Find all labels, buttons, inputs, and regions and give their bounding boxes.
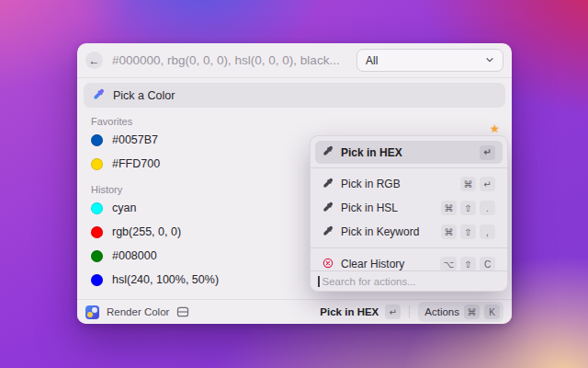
star-icon: ★ xyxy=(490,122,500,135)
eyedropper-icon xyxy=(322,178,334,191)
shift-key: ⇧ xyxy=(460,257,476,271)
c-key: C xyxy=(480,257,495,271)
raycast-window: ← #000000, rbg(0, 0, 0), hsl(0, 0, 0), b… xyxy=(77,43,512,324)
menu-item-label: Pick in HSL xyxy=(341,201,398,214)
color-swatch xyxy=(91,250,103,262)
history-label: hsl(240, 100%, 50%) xyxy=(112,273,219,286)
primary-action-button[interactable]: Pick in HEX xyxy=(320,306,379,317)
menu-item-label: Pick in HEX xyxy=(341,146,402,159)
cmd-key: ⌘ xyxy=(464,305,480,319)
menu-divider xyxy=(311,247,507,248)
window-mode-icon xyxy=(176,306,189,317)
back-arrow-icon: ← xyxy=(89,55,100,66)
shortcut-keys: ↵ xyxy=(480,145,495,160)
cmd-key: ⌘ xyxy=(441,224,457,239)
menu-item-label: Pick in Keyword xyxy=(341,225,419,238)
option-key: ⌥ xyxy=(440,257,457,271)
return-key: ↵ xyxy=(480,145,495,160)
cmd-key: ⌘ xyxy=(441,201,457,215)
return-key: ↵ xyxy=(480,177,495,191)
eyedropper-icon xyxy=(322,201,334,215)
actions-search-input[interactable]: Search for actions... xyxy=(311,270,507,291)
window-footer: Render Color Pick in HEX ↵ Actions ⌘ K xyxy=(77,299,512,324)
shift-key: ⇧ xyxy=(460,224,476,239)
text-caret xyxy=(318,276,320,287)
menu-item-pick-in-keyword[interactable]: Pick in Keyword ⌘ ⇧ , xyxy=(315,220,503,244)
comma-key: , xyxy=(480,224,495,239)
desktop-background: ← #000000, rbg(0, 0, 0), hsl(0, 0, 0), b… xyxy=(0,0,588,368)
return-key: ↵ xyxy=(385,305,401,319)
eyedropper-icon xyxy=(322,225,334,239)
back-button[interactable]: ← xyxy=(85,52,103,69)
actions-search-placeholder: Search for actions... xyxy=(322,276,416,287)
window-header: ← #000000, rbg(0, 0, 0), hsl(0, 0, 0), b… xyxy=(77,43,512,78)
color-swatch xyxy=(91,134,103,146)
shortcut-keys: ⌥ ⇧ C xyxy=(440,257,495,271)
shift-key: ⇧ xyxy=(460,201,476,215)
favorite-label: #FFD700 xyxy=(112,157,160,170)
shortcut-keys: ⌘ ⇧ , xyxy=(441,224,495,239)
menu-item-pick-in-hsl[interactable]: Pick in HSL ⌘ ⇧ . xyxy=(315,196,503,220)
eyedropper-icon xyxy=(322,145,334,159)
filter-dropdown-value: All xyxy=(366,54,485,67)
menu-item-pick-in-hex[interactable]: Pick in HEX ↵ xyxy=(315,141,503,164)
render-color-app-icon xyxy=(85,305,99,319)
pick-a-color-item[interactable]: Pick a Color xyxy=(84,83,505,108)
chevron-down-icon xyxy=(485,54,494,67)
actions-menu-list: Pick in HEX ↵ Pick in RGB ⌘ ↵ xyxy=(311,136,507,276)
actions-button-label: Actions xyxy=(422,306,459,317)
period-key: . xyxy=(480,201,495,215)
filter-dropdown[interactable]: All xyxy=(356,49,503,72)
color-swatch xyxy=(91,202,103,214)
menu-item-label: Clear History xyxy=(341,258,404,270)
eyedropper-icon xyxy=(93,88,105,103)
shortcut-keys: ⌘ ↵ xyxy=(460,177,495,191)
menu-divider xyxy=(311,167,507,168)
footer-divider xyxy=(409,305,410,318)
color-swatch xyxy=(91,274,103,286)
shortcut-keys: ⌘ ⇧ . xyxy=(441,201,495,215)
pick-a-color-label: Pick a Color xyxy=(113,89,175,102)
history-label: #008000 xyxy=(112,249,157,262)
favorite-label: #0057B7 xyxy=(112,133,158,146)
menu-item-label: Pick in RGB xyxy=(341,178,401,190)
history-label: rgb(255, 0, 0) xyxy=(112,225,181,238)
menu-item-pick-in-rgb[interactable]: Pick in RGB ⌘ ↵ xyxy=(315,172,503,196)
search-input[interactable]: #000000, rbg(0, 0, 0), hsl(0, 0, 0), bla… xyxy=(112,53,356,67)
color-swatch xyxy=(91,158,103,170)
actions-button[interactable]: Actions ⌘ K xyxy=(418,302,503,322)
color-swatch xyxy=(91,226,103,238)
history-label: cyan xyxy=(112,201,136,214)
app-name: Render Color xyxy=(107,306,169,317)
favorites-section-title: Favorites xyxy=(77,115,512,128)
actions-menu: Pick in HEX ↵ Pick in RGB ⌘ ↵ xyxy=(310,135,508,292)
k-key: K xyxy=(484,305,500,319)
clear-history-icon xyxy=(322,258,334,271)
cmd-key: ⌘ xyxy=(460,177,476,191)
